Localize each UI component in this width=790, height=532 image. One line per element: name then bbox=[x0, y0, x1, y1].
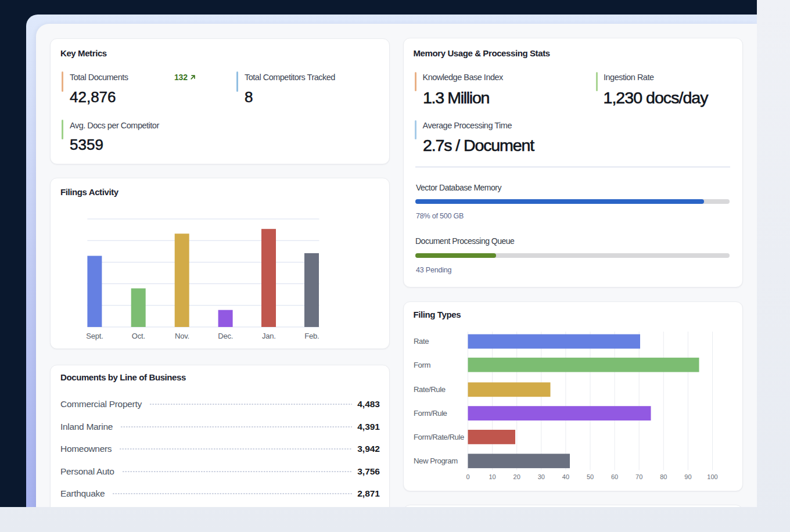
svg-text:Rate/Rule: Rate/Rule bbox=[414, 384, 446, 393]
svg-text:Jan.: Jan. bbox=[262, 331, 276, 340]
svg-text:Form: Form bbox=[414, 360, 430, 369]
svg-text:70: 70 bbox=[635, 473, 642, 480]
svg-text:20: 20 bbox=[513, 473, 520, 480]
svg-text:50: 50 bbox=[586, 473, 593, 480]
svg-text:40: 40 bbox=[562, 473, 569, 480]
svg-text:0: 0 bbox=[466, 473, 469, 480]
svg-text:80: 80 bbox=[660, 473, 667, 480]
svg-text:100: 100 bbox=[707, 473, 717, 480]
svg-text:Dec.: Dec. bbox=[218, 331, 233, 340]
svg-text:Form/Rate/Rule: Form/Rate/Rule bbox=[414, 432, 464, 441]
svg-text:10: 10 bbox=[489, 473, 495, 480]
svg-text:90: 90 bbox=[684, 473, 691, 480]
svg-text:Form/Rule: Form/Rule bbox=[414, 409, 447, 418]
svg-text:Rate: Rate bbox=[414, 337, 429, 346]
svg-text:Feb.: Feb. bbox=[304, 331, 319, 340]
svg-text:Nov.: Nov. bbox=[175, 331, 189, 340]
svg-text:60: 60 bbox=[611, 473, 617, 480]
svg-text:Oct.: Oct. bbox=[132, 331, 145, 340]
svg-text:30: 30 bbox=[537, 473, 544, 480]
svg-text:Sept.: Sept. bbox=[86, 331, 103, 340]
svg-text:New Program: New Program bbox=[414, 456, 458, 465]
